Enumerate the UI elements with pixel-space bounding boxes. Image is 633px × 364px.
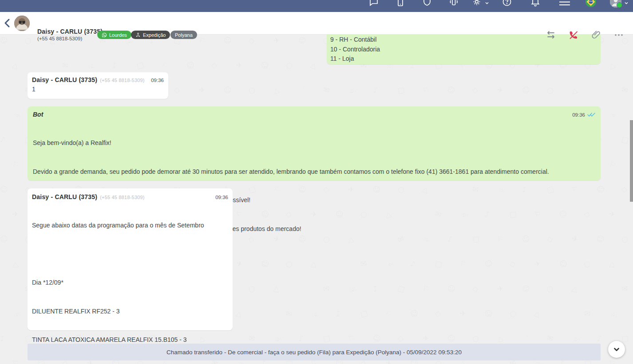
- customer-schedule-message-bubble: Daisy - CARLU (3735) (+55 45 8818-5309) …: [28, 188, 233, 330]
- message-header: Bot 09:36: [33, 110, 595, 118]
- message-header: Daisy - CARLU (3735) (+55 45 8818-5309) …: [32, 76, 164, 83]
- bot-line-2: Devido a grande demanda, seu pedido pode…: [33, 167, 595, 177]
- message-time: 09:36: [572, 112, 585, 117]
- shield-icon[interactable]: [422, 0, 432, 7]
- bot-welcome-message-bubble: Bot 09:36 Seja bem-vindo(a) a Realfix! D…: [28, 106, 601, 180]
- menu-option-11: 11 - Loja: [330, 54, 597, 64]
- queue-badge-label: Lourdes: [109, 32, 127, 38]
- org-chart-icon: [135, 32, 141, 38]
- schedule-item: DILUENTE REALFIX RF252 - 3: [32, 307, 228, 317]
- attachment-paperclip-icon[interactable]: [591, 30, 601, 40]
- settings-gear-icon[interactable]: [471, 0, 482, 7]
- brand-globe-icon[interactable]: [585, 0, 597, 8]
- phone-vibrate-icon[interactable]: [448, 0, 459, 7]
- message-sender-phone: (+55 45 8818-5309): [100, 78, 145, 83]
- chat-message-area: ☺○△♡✉☏♪□⚐☺◇✈☺○△♡✉☏♪□⚐☺◇✈☺○△♡✉☏♪□⚐☺◇✈☺○△♡…: [0, 34, 633, 364]
- mobile-device-icon[interactable]: [395, 0, 406, 7]
- contact-phone: (+55 45 8818-5309): [37, 36, 82, 41]
- chat-icon[interactable]: [368, 0, 379, 7]
- end-call-phone-slash-icon[interactable]: [568, 30, 579, 40]
- transfer-notice-bar: Chamado transferido - De comercial - faç…: [28, 344, 601, 360]
- menu-hamburger-icon[interactable]: [558, 0, 569, 7]
- menu-option-10: 10 - Controladoria: [330, 45, 597, 55]
- more-options-icon[interactable]: [613, 30, 624, 40]
- chevron-down-icon: [613, 346, 620, 353]
- agent-badge[interactable]: Polyana: [170, 31, 197, 39]
- bot-menu-message-bubble: 9 - RH - Contábil 10 - Controladoria 11 …: [327, 34, 601, 64]
- back-button[interactable]: [3, 18, 12, 28]
- department-badge[interactable]: Expedição: [131, 31, 170, 39]
- online-status-dot: [617, 2, 622, 8]
- top-navigation-bar: [0, 0, 633, 12]
- menu-option-9: 9 - RH - Contábil: [330, 35, 597, 45]
- agent-badge-label: Polyana: [175, 32, 193, 38]
- schedule-intro: Segue abaixo datas da programação para o…: [32, 221, 228, 231]
- contact-avatar[interactable]: [14, 16, 30, 31]
- chat-header: Daisy - CARLU (3735) (+55 45 8818-5309) …: [0, 12, 633, 35]
- message-sender: Daisy - CARLU (3735): [32, 193, 97, 200]
- whatsapp-icon: [102, 32, 107, 38]
- settings-dropdown-chevron-icon[interactable]: [485, 0, 489, 4]
- queue-badge[interactable]: Lourdes: [97, 31, 131, 39]
- message-body: 1: [32, 85, 164, 94]
- double-check-read-icon: [587, 111, 595, 119]
- bot-line-1: Seja bem-vindo(a) a Realfix!: [33, 138, 595, 148]
- message-time: 09:36: [215, 195, 228, 200]
- message-header: Daisy - CARLU (3735) (+55 45 8818-5309) …: [32, 193, 228, 200]
- vertical-scrollbar-thumb[interactable]: [630, 120, 633, 202]
- schedule-day: Dia *12/09*: [32, 278, 228, 288]
- current-user-avatar[interactable]: [610, 0, 621, 8]
- customer-message-bubble: Daisy - CARLU (3735) (+55 45 8818-5309) …: [28, 72, 168, 99]
- transfer-chat-icon[interactable]: [546, 30, 556, 40]
- department-badge-label: Expedição: [143, 32, 166, 38]
- message-sender-phone: (+55 45 8818-5309): [100, 195, 145, 200]
- bell-icon[interactable]: [530, 0, 541, 7]
- message-sender: Daisy - CARLU (3735): [32, 76, 97, 83]
- contact-name: Daisy - CARLU (3735): [37, 28, 103, 35]
- message-time: 09:36: [151, 78, 164, 83]
- transfer-notice-text: Chamado transferido - De comercial - faç…: [166, 349, 462, 356]
- help-circle-icon[interactable]: [502, 0, 512, 7]
- user-menu-chevron-icon[interactable]: [624, 0, 629, 4]
- scroll-to-bottom-button[interactable]: [608, 341, 625, 358]
- bot-sender: Bot: [33, 111, 43, 118]
